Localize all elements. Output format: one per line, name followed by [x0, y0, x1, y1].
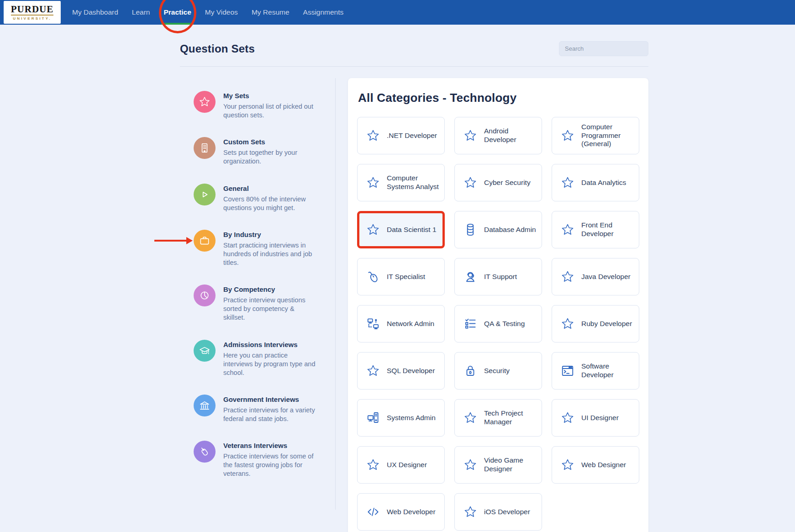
- category-card-computer-programmer-general[interactable]: Computer Programmer (General): [552, 117, 639, 154]
- sidebar-item-admissions-interviews[interactable]: Admissions Interviews Here you can pract…: [194, 340, 335, 377]
- sidebar-item-description: Sets put together by your organization.: [223, 148, 317, 166]
- sidebar-item-description: Practice interview questions sorted by c…: [223, 296, 317, 322]
- category-card-label: Network Admin: [387, 320, 434, 328]
- category-card-cyber-security[interactable]: Cyber Security: [454, 164, 542, 201]
- star-icon: [463, 176, 477, 190]
- category-card-network-admin[interactable]: Network Admin: [357, 305, 445, 342]
- code-icon: [366, 505, 380, 519]
- category-card-label: UI Designer: [581, 414, 619, 422]
- sidebar-item-veterans-interviews[interactable]: Veterans Interviews Practice interviews …: [194, 441, 335, 478]
- sidebar-item-general[interactable]: General Covers 80% of the interview ques…: [194, 184, 335, 212]
- category-card-ux-designer[interactable]: UX Designer: [357, 446, 445, 484]
- nav-item-practice[interactable]: Practice: [157, 0, 198, 25]
- category-card-data-scientist-1[interactable]: Data Scientist 1: [357, 211, 445, 248]
- active-tab-underline: [161, 23, 193, 25]
- nav-item-my-resume[interactable]: My Resume: [245, 0, 296, 25]
- star-icon: [561, 317, 574, 331]
- categories-heading: All Categories - Technology: [358, 91, 639, 105]
- category-card-label: Data Analytics: [581, 179, 626, 187]
- star-icon: [561, 129, 574, 142]
- category-card-label: Ruby Developer: [581, 320, 632, 328]
- nav-item-label: Practice: [163, 8, 191, 16]
- purdue-logo[interactable]: PURDUE UNIVERSITY.: [4, 1, 61, 24]
- sidebar-item-title: By Competency: [223, 285, 317, 293]
- sidebar-item-title: Government Interviews: [223, 395, 317, 403]
- category-card-database-admin[interactable]: Database Admin: [454, 211, 542, 248]
- sidebar-item-custom-sets[interactable]: Custom Sets Sets put together by your or…: [194, 137, 335, 166]
- star-icon: [561, 176, 574, 190]
- category-card-label: Systems Admin: [387, 414, 436, 422]
- sidebar-item-by-competency[interactable]: By Competency Practice interview questio…: [194, 284, 335, 322]
- category-card-android-developer[interactable]: Android Developer: [454, 117, 542, 154]
- nav-item-assignments[interactable]: Assignments: [296, 0, 351, 25]
- terminal-icon: [561, 364, 574, 378]
- category-card-computer-systems-analyst[interactable]: Computer Systems Analyst: [357, 164, 445, 201]
- category-card-net-developer[interactable]: .NET Developer: [357, 117, 445, 154]
- search-input[interactable]: [559, 41, 648, 56]
- categories-grid: .NET Developer Android Developer Compute…: [357, 117, 639, 531]
- category-card-web-developer[interactable]: Web Developer: [357, 493, 445, 531]
- building-icon: [194, 137, 216, 159]
- top-navbar: PURDUE UNIVERSITY. My DashboardLearnPrac…: [0, 0, 795, 25]
- category-card-tech-project-manager[interactable]: Tech Project Manager: [454, 399, 542, 437]
- category-card-web-designer[interactable]: Web Designer: [552, 446, 639, 484]
- category-card-label: Computer Programmer (General): [581, 123, 635, 148]
- category-card-front-end-developer[interactable]: Front End Developer: [552, 211, 639, 248]
- support-icon: [463, 270, 477, 284]
- category-card-label: Cyber Security: [484, 179, 531, 187]
- category-card-software-developer[interactable]: Software Developer: [552, 352, 639, 390]
- category-card-label: Front End Developer: [581, 221, 635, 238]
- category-card-ui-designer[interactable]: UI Designer: [552, 399, 639, 437]
- category-card-java-developer[interactable]: Java Developer: [552, 258, 639, 295]
- category-card-qa-testing[interactable]: QA & Testing: [454, 305, 542, 342]
- category-card-systems-admin[interactable]: Systems Admin: [357, 399, 445, 437]
- category-card-label: Database Admin: [484, 226, 536, 234]
- star-icon: [463, 411, 477, 425]
- nav-item-learn[interactable]: Learn: [125, 0, 157, 25]
- category-card-label: Web Developer: [387, 508, 436, 516]
- sidebar-item-description: Covers 80% of the interview questions yo…: [223, 195, 317, 212]
- star-icon: [463, 129, 477, 142]
- nav-item-my-videos[interactable]: My Videos: [198, 0, 245, 25]
- network-icon: [366, 317, 380, 331]
- page-header: Question Sets: [180, 25, 648, 56]
- play-icon: [194, 184, 216, 205]
- category-card-label: Data Scientist 1: [387, 226, 437, 234]
- nav-item-my-dashboard[interactable]: My Dashboard: [65, 0, 125, 25]
- nav-item-label: Assignments: [303, 8, 344, 16]
- category-card-security[interactable]: Security: [454, 352, 542, 390]
- category-card-label: IT Specialist: [387, 273, 425, 281]
- category-card-label: Tech Project Manager: [484, 409, 538, 426]
- star-icon: [561, 411, 574, 425]
- workstation-icon: [366, 411, 380, 425]
- category-card-sql-developer[interactable]: SQL Developer: [357, 352, 445, 390]
- star-icon: [463, 458, 477, 472]
- sidebar-item-title: Admissions Interviews: [223, 341, 317, 348]
- category-card-ios-developer[interactable]: iOS Developer: [454, 493, 542, 531]
- nav-menu: My DashboardLearnPracticeMy VideosMy Res…: [65, 0, 350, 25]
- category-card-label: Software Developer: [581, 362, 635, 379]
- sidebar-item-by-industry[interactable]: By Industry Start practicing interviews …: [194, 230, 335, 267]
- star-icon: [561, 270, 574, 284]
- nav-item-label: Learn: [132, 8, 150, 16]
- category-card-it-support[interactable]: IT Support: [454, 258, 542, 295]
- sidebar-item-title: Veterans Interviews: [223, 442, 317, 449]
- sidebar-item-description: Start practicing interviews in hundreds …: [223, 241, 317, 267]
- category-card-label: Computer Systems Analyst: [387, 174, 441, 191]
- category-card-label: Video Game Designer: [484, 456, 538, 473]
- category-card-ruby-developer[interactable]: Ruby Developer: [552, 305, 639, 342]
- bank-icon: [194, 395, 216, 416]
- category-card-data-analytics[interactable]: Data Analytics: [552, 164, 639, 201]
- category-card-video-game-designer[interactable]: Video Game Designer: [454, 446, 542, 484]
- pie-chart-icon: [194, 284, 216, 306]
- sidebar-item-my-sets[interactable]: My Sets Your personal list of picked out…: [194, 91, 335, 120]
- question-set-sidebar: My Sets Your personal list of picked out…: [180, 78, 336, 510]
- category-card-label: QA & Testing: [484, 320, 525, 328]
- category-card-it-specialist[interactable]: IT Specialist: [357, 258, 445, 295]
- sidebar-item-title: Custom Sets: [223, 138, 317, 146]
- star-icon: [561, 223, 574, 237]
- category-card-label: SQL Developer: [387, 367, 435, 375]
- sidebar-item-government-interviews[interactable]: Government Interviews Practice interview…: [194, 395, 335, 423]
- dog-tag-icon: [194, 441, 216, 463]
- checklist-icon: [463, 317, 477, 331]
